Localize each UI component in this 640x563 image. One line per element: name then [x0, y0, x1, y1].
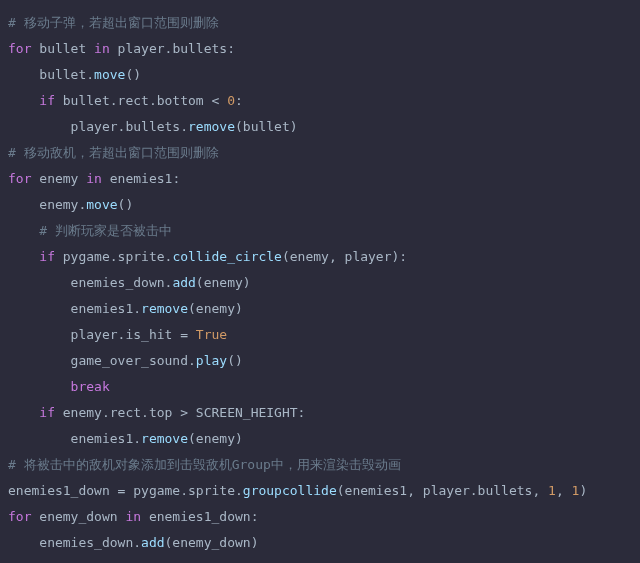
code-line: enemies_down.add(enemy): [8, 270, 632, 296]
keyword-break: break: [8, 379, 110, 394]
comment-text: # 判断玩家是否被击中: [8, 223, 172, 238]
func-call: move: [86, 197, 117, 212]
code-block: # 移动子弹，若超出窗口范围则删除for bullet in player.bu…: [8, 10, 632, 556]
keyword-if: if: [8, 93, 55, 108]
expr: enemy.rect.top > SCREEN_HEIGHT:: [55, 405, 305, 420]
parens: (): [118, 197, 134, 212]
code-line: for bullet in player.bullets:: [8, 36, 632, 62]
code-line: enemies1.remove(enemy): [8, 426, 632, 452]
keyword-for: for: [8, 41, 31, 56]
keyword-if: if: [8, 249, 55, 264]
code-line: enemies1_down = pygame.sprite.groupcolli…: [8, 478, 632, 504]
code-line: player.is_hit = True: [8, 322, 632, 348]
expr: enemy.: [8, 197, 86, 212]
expr: enemies1:: [102, 171, 180, 186]
comment-text: # 移动子弹，若超出窗口范围则删除: [8, 15, 219, 30]
parens: (): [125, 67, 141, 82]
keyword-if: if: [8, 405, 55, 420]
expr: enemies1.: [8, 431, 141, 446]
func-call: add: [141, 535, 164, 550]
expr: player.bullets.: [8, 119, 188, 134]
args: (bullet): [235, 119, 298, 134]
code-line: # 判断玩家是否被击中: [8, 218, 632, 244]
code-line: player.bullets.remove(bullet): [8, 114, 632, 140]
code-line: if enemy.rect.top > SCREEN_HEIGHT:: [8, 400, 632, 426]
code-line: if pygame.sprite.collide_circle(enemy, p…: [8, 244, 632, 270]
args: (enemy): [188, 301, 243, 316]
func-call: add: [172, 275, 195, 290]
func-call: play: [196, 353, 227, 368]
number: 0: [227, 93, 235, 108]
func-call: remove: [188, 119, 235, 134]
func-call: remove: [141, 301, 188, 316]
code-line: enemy.move(): [8, 192, 632, 218]
func-call: move: [94, 67, 125, 82]
args: (enemies1, player.bullets,: [337, 483, 548, 498]
code-line: enemies_down.add(enemy_down): [8, 530, 632, 556]
expr: bullet.rect.bottom <: [55, 93, 227, 108]
const-true: True: [196, 327, 227, 342]
keyword-for: for: [8, 171, 31, 186]
comment-text: # 将被击中的敌机对象添加到击毁敌机Group中，用来渲染击毁动画: [8, 457, 401, 472]
code-line: for enemy in enemies1:: [8, 166, 632, 192]
code-line: for enemy_down in enemies1_down:: [8, 504, 632, 530]
comment-text: # 移动敌机，若超出窗口范围则删除: [8, 145, 219, 160]
code-line: break: [8, 374, 632, 400]
args: (enemy): [188, 431, 243, 446]
code-line: # 将被击中的敌机对象添加到击毁敌机Group中，用来渲染击毁动画: [8, 452, 632, 478]
keyword-in: in: [86, 171, 102, 186]
func-call: remove: [141, 431, 188, 446]
var: enemy_down: [31, 509, 125, 524]
comma: ,: [556, 483, 572, 498]
keyword-in: in: [94, 41, 110, 56]
parens: (): [227, 353, 243, 368]
expr: enemies1.: [8, 301, 141, 316]
expr: game_over_sound.: [8, 353, 196, 368]
keyword-in: in: [125, 509, 141, 524]
expr: enemies_down.: [8, 275, 172, 290]
code-line: game_over_sound.play(): [8, 348, 632, 374]
close-paren: ): [579, 483, 587, 498]
expr: enemies1_down = pygame.sprite.: [8, 483, 243, 498]
expr: enemies_down.: [8, 535, 141, 550]
keyword-for: for: [8, 509, 31, 524]
code-line: enemies1.remove(enemy): [8, 296, 632, 322]
expr: bullet.: [8, 67, 94, 82]
expr: player.is_hit =: [8, 327, 196, 342]
expr: pygame.sprite.: [55, 249, 172, 264]
colon: :: [235, 93, 243, 108]
func-call: groupcollide: [243, 483, 337, 498]
expr: enemies1_down:: [141, 509, 258, 524]
args: (enemy, player):: [282, 249, 407, 264]
func-call: collide_circle: [172, 249, 282, 264]
var: enemy: [31, 171, 86, 186]
expr: player.bullets:: [110, 41, 235, 56]
code-line: bullet.move(): [8, 62, 632, 88]
var: bullet: [31, 41, 94, 56]
code-line: # 移动敌机，若超出窗口范围则删除: [8, 140, 632, 166]
code-line: if bullet.rect.bottom < 0:: [8, 88, 632, 114]
code-line: # 移动子弹，若超出窗口范围则删除: [8, 10, 632, 36]
args: (enemy): [196, 275, 251, 290]
number: 1: [548, 483, 556, 498]
args: (enemy_down): [165, 535, 259, 550]
